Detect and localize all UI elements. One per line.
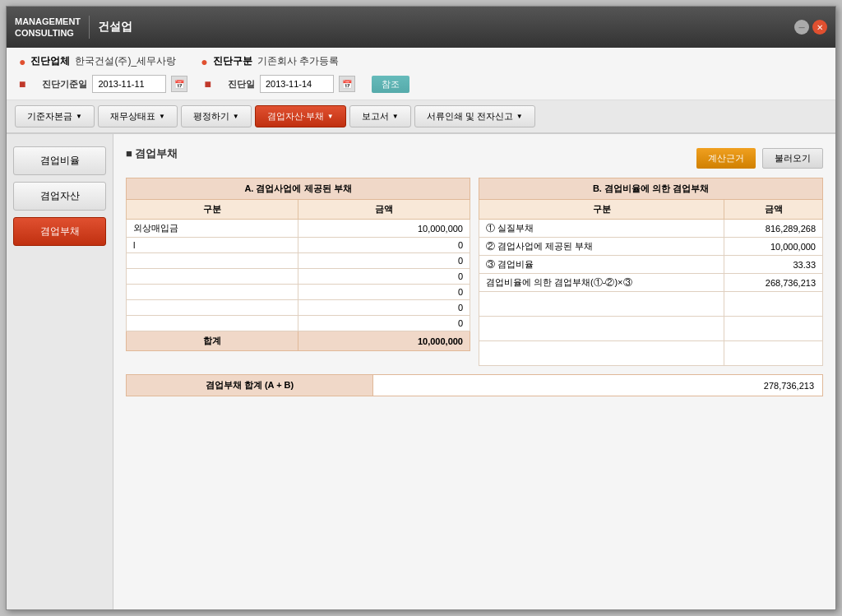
tb-financial-arrow: ▼	[159, 113, 165, 120]
table-row: l 0	[127, 238, 470, 253]
table-row: 0	[127, 253, 470, 269]
diag-date-label: 진단일	[228, 78, 255, 90]
table-row: 0	[127, 300, 470, 316]
tb-assets-debt-button[interactable]: 겸업자산·부채 ▼	[255, 105, 346, 127]
app-window: MANAGEMENT CONSULTING 건설업 ─ ✕ ● 진단업체 한국건…	[6, 6, 836, 610]
table-b-section: B. 겸업비율에 의한 겸업부채 구분 금액 ① 실질부채 816,289,26…	[479, 178, 823, 366]
type-label: 진단구분	[213, 54, 252, 68]
table-a-section: A. 겸업사업에 제공된 부채 구분 금액 외상매입금 10,000,000 l	[126, 178, 470, 366]
tb-rating-button[interactable]: 평정하기 ▼	[181, 105, 252, 127]
row-b-3-value: 33.33	[724, 256, 823, 274]
row-a-7-label	[127, 316, 298, 331]
tb-report-button[interactable]: 보고서 ▼	[349, 105, 411, 127]
tb-rating-label: 평정하기	[193, 110, 229, 123]
table-row	[479, 341, 823, 366]
table-row	[479, 317, 823, 341]
table-a-col2-header: 금액	[298, 200, 470, 220]
page-title: ■ 겸업부채	[126, 146, 178, 161]
tb-print-arrow: ▼	[516, 113, 523, 120]
row-b-7-value	[724, 341, 823, 366]
row-a-2-value: 0	[298, 238, 470, 253]
table-b: B. 겸업비율에 의한 겸업부채 구분 금액 ① 실질부채 816,289,26…	[479, 178, 823, 366]
base-date-input[interactable]	[92, 75, 166, 93]
close-button[interactable]: ✕	[812, 20, 827, 35]
table-row: ① 실질부채 816,289,268	[479, 220, 823, 238]
table-a: A. 겸업사업에 제공된 부채 구분 금액 외상매입금 10,000,000 l	[126, 178, 470, 351]
diag-date-input[interactable]	[260, 75, 334, 93]
base-date-field: 진단기준일 📅	[42, 75, 187, 93]
summary-label: 겸업부채 합계 (A + B)	[127, 375, 373, 396]
table-b-col2-header: 금액	[724, 200, 823, 220]
load-button[interactable]: 불러오기	[762, 148, 823, 169]
row-b-2-label: ② 겸업사업에 제공된 부채	[479, 238, 724, 256]
row-a-5-value: 0	[298, 285, 470, 300]
summary-value: 278,736,213	[373, 375, 823, 396]
row-a-6-label	[127, 300, 298, 316]
sidebar-ratio-button[interactable]: 겸업비율	[13, 146, 106, 175]
tb-report-label: 보고서	[362, 110, 389, 123]
table-row: 겸업비율에 의한 겸업부채(①-②)×③ 268,736,213	[479, 274, 823, 292]
row-a-5-label	[127, 285, 298, 300]
row-b-5-value	[724, 292, 823, 317]
table-b-col1-header: 구분	[479, 200, 724, 220]
table-a-total-label: 합계	[127, 331, 298, 351]
entity-value: 한국건설(주)_세무사랑	[75, 54, 176, 68]
row-b-5-label	[479, 292, 724, 317]
tb-rating-arrow: ▼	[233, 113, 239, 120]
row-b-7-label	[479, 341, 724, 366]
tb-financial-button[interactable]: 재무상태표 ▼	[98, 105, 178, 127]
type-bullet: ●	[201, 55, 207, 68]
row-a-3-value: 0	[298, 253, 470, 269]
row-b-6-value	[724, 317, 823, 341]
sidebar-debt-button[interactable]: 겸업부채	[13, 217, 106, 246]
calc-button[interactable]: 계산근거	[696, 148, 756, 169]
row2-bullet1: ■	[19, 77, 25, 90]
row-a-4-value: 0	[298, 269, 470, 285]
table-a-total-value: 10,000,000	[298, 331, 470, 351]
tb-print-button[interactable]: 서류인쇄 및 전자신고 ▼	[414, 105, 535, 127]
header-row2: ■ 진단기준일 📅 ■ 진단일 📅 참조	[19, 75, 823, 93]
row-a-6-value: 0	[298, 300, 470, 316]
base-date-label: 진단기준일	[42, 78, 87, 90]
window-controls: ─ ✕	[794, 20, 827, 35]
table-a-total-row: 합계 10,000,000	[127, 331, 470, 351]
sidebar-assets-button[interactable]: 겸업자산	[13, 182, 106, 211]
tb-print-label: 서류인쇄 및 전자신고	[427, 110, 513, 123]
table-row: 0	[127, 269, 470, 285]
row-b-3-label: ③ 겸업비율	[479, 256, 724, 274]
content-title-bar: ■ 겸업부채 계산근거 불러오기	[126, 146, 823, 169]
row-b-4-label: 겸업비율에 의한 겸업부채(①-②)×③	[479, 274, 724, 292]
tb-capital-arrow: ▼	[76, 113, 82, 120]
row-b-1-label: ① 실질부채	[479, 220, 724, 238]
header-row1: ● 진단업체 한국건설(주)_세무사랑 ● 진단구분 기존회사 추가등록	[19, 54, 823, 68]
app-logo: MANAGEMENT CONSULTING	[15, 16, 90, 39]
table-a-title: A. 겸업사업에 제공된 부채	[127, 178, 470, 200]
table-row: 0	[127, 316, 470, 331]
tb-capital-button[interactable]: 기준자본금 ▼	[15, 105, 95, 127]
table-b-title: B. 겸업비율에 의한 겸업부채	[479, 178, 823, 200]
row-a-3-label	[127, 253, 298, 269]
table-row: 외상매입금 10,000,000	[127, 220, 470, 238]
diagnosis-entity-field: ● 진단업체 한국건설(주)_세무사랑	[19, 54, 176, 68]
tb-report-arrow: ▼	[392, 113, 399, 120]
app-title: 건설업	[98, 20, 794, 35]
tb-financial-label: 재무상태표	[110, 110, 155, 123]
entity-label: 진단업체	[30, 54, 70, 68]
tables-container: A. 겸업사업에 제공된 부채 구분 금액 외상매입금 10,000,000 l	[126, 178, 823, 366]
header-section: ● 진단업체 한국건설(주)_세무사랑 ● 진단구분 기존회사 추가등록 ■ 진…	[7, 48, 835, 100]
row-a-4-label	[127, 269, 298, 285]
diag-date-calendar-icon[interactable]: 📅	[339, 76, 355, 92]
row-a-7-value: 0	[298, 316, 470, 331]
main-content: 겸업비율 겸업자산 겸업부채 ■ 겸업부채 계산근거 불러오기 A. 겸업사업에…	[7, 134, 835, 609]
diagnosis-type-field: ● 진단구분 기존회사 추가등록	[201, 54, 339, 68]
table-row	[479, 292, 823, 317]
row-b-6-label	[479, 317, 724, 341]
row-a-2-label: l	[127, 238, 298, 253]
base-date-calendar-icon[interactable]: 📅	[171, 76, 187, 92]
minimize-button[interactable]: ─	[794, 20, 809, 35]
reference-button[interactable]: 참조	[372, 76, 409, 93]
row-b-1-value: 816,289,268	[724, 220, 823, 238]
row-a-1-value: 10,000,000	[298, 220, 470, 238]
type-value: 기존회사 추가등록	[257, 54, 339, 68]
row2-bullet2: ■	[204, 77, 210, 90]
